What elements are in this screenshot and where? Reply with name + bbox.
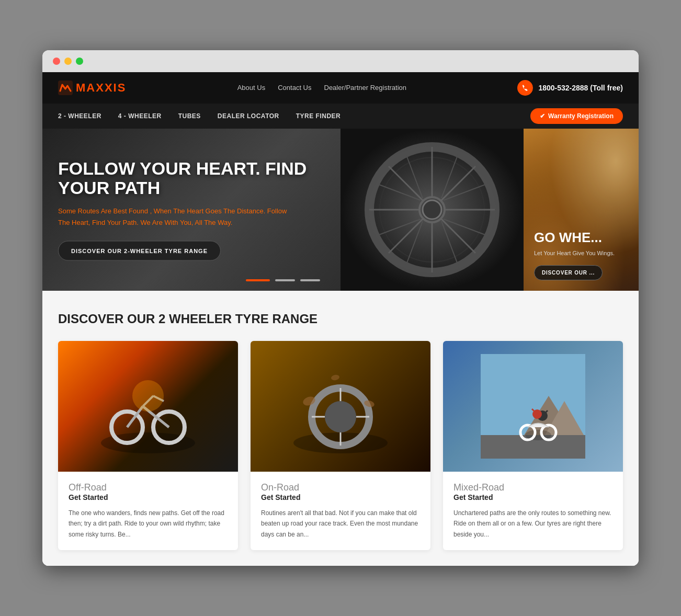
svg-line-11 — [389, 219, 423, 253]
logo[interactable]: MAXXIS — [58, 81, 126, 95]
svg-point-31 — [325, 401, 356, 432]
tyre-range-section: DISCOVER OUR 2 WHEELER TYRE RANGE — [42, 291, 639, 566]
mixedroad-card-type: Mixed-Road — [453, 482, 612, 493]
offroad-graphic — [96, 354, 200, 459]
tyre-cards-grid: Off-Road Get Started The one who wanders… — [58, 341, 623, 550]
contact-us-link[interactable]: Contact Us — [278, 84, 311, 92]
dealer-registration-link[interactable]: Dealer/Partner Registration — [324, 84, 407, 92]
about-us-link[interactable]: About Us — [237, 84, 265, 92]
onroad-card: On-Road Get Started Routines aren't all … — [251, 341, 430, 550]
phone-area: 1800-532-2888 (Toll free) — [517, 80, 623, 96]
nav-four-wheeler[interactable]: 4 - WHEELER — [118, 112, 162, 120]
offroad-card-desc: The one who wanders, finds new paths. Ge… — [69, 508, 228, 540]
maximize-button[interactable] — [76, 58, 83, 65]
hero-side-subtitle: Let Your Heart Give You Wings. — [534, 249, 628, 258]
carousel-dot-3[interactable] — [300, 279, 320, 281]
nav-tyre-finder[interactable]: TYRE FINDER — [296, 112, 341, 120]
hero-subtitle-plain: Some Routes Are — [58, 207, 114, 214]
mixedroad-graphic — [481, 354, 585, 459]
offroad-card-heading[interactable]: Get Started — [69, 493, 228, 501]
offroad-card-body: Off-Road Get Started The one who wanders… — [58, 472, 238, 550]
browser-chrome — [42, 50, 639, 72]
onroad-card-image — [251, 341, 430, 472]
svg-point-38 — [331, 374, 339, 381]
phone-number: 1800-532-2888 (Toll free) — [538, 84, 623, 92]
svg-line-8 — [389, 166, 423, 201]
svg-point-20 — [423, 200, 441, 219]
logo-icon — [58, 81, 73, 95]
svg-line-10 — [441, 166, 475, 201]
mixedroad-card-image — [443, 341, 623, 472]
onroad-card-body: On-Road Get Started Routines aren't all … — [251, 472, 430, 550]
hero-wheel-area — [340, 129, 524, 291]
hero-section: FOLLOW YOUR HEART. FIND YOUR PATH Some R… — [42, 129, 639, 291]
hero-cta-button[interactable]: DISCOVER OUR 2-WHEELER TYRE RANGE — [58, 241, 221, 260]
warranty-registration-button[interactable]: ✔ Warranty Registration — [530, 108, 623, 124]
onroad-card-heading[interactable]: Get Started — [261, 493, 420, 501]
hero-title: FOLLOW YOUR HEART. FIND YOUR PATH — [58, 158, 320, 198]
main-nav-links: 2 - WHEELER 4 - WHEELER TUBES DEALER LOC… — [58, 112, 340, 120]
shield-icon: ✔ — [540, 112, 545, 120]
nav-tubes[interactable]: TUBES — [178, 112, 201, 120]
phone-icon — [517, 80, 533, 96]
carousel-dot-2[interactable] — [275, 279, 295, 281]
offroad-card-type: Off-Road — [69, 482, 228, 493]
onroad-card-desc: Routines aren't all that bad. Not if you… — [261, 508, 420, 540]
carousel-dot-1[interactable] — [246, 279, 270, 281]
carousel-dots — [246, 279, 320, 281]
main-nav-bar: 2 - WHEELER 4 - WHEELER TUBES DEALER LOC… — [42, 104, 639, 129]
section-title: DISCOVER OUR 2 WHEELER TYRE RANGE — [58, 312, 623, 326]
hero-side-title: GO WHE... — [534, 230, 628, 245]
hero-side-panel: GO WHE... Let Your Heart Give You Wings.… — [524, 129, 639, 291]
nav-two-wheeler[interactable]: 2 - WHEELER — [58, 112, 101, 120]
offroad-card-image — [58, 341, 238, 472]
hero-subtitle: Some Routes Are Best Found , When The He… — [58, 205, 288, 228]
hero-text-area: FOLLOW YOUR HEART. FIND YOUR PATH Some R… — [58, 158, 320, 260]
top-bar: MAXXIS About Us Contact Us Dealer/Partne… — [42, 72, 639, 104]
mixedroad-card-heading[interactable]: Get Started — [453, 493, 612, 501]
mixedroad-card: Mixed-Road Get Started Unchartered paths… — [443, 341, 623, 550]
close-button[interactable] — [53, 58, 60, 65]
browser-content: MAXXIS About Us Contact Us Dealer/Partne… — [42, 72, 639, 566]
top-navigation: About Us Contact Us Dealer/Partner Regis… — [237, 84, 406, 92]
onroad-card-type: On-Road — [261, 482, 420, 493]
warranty-btn-label: Warranty Registration — [548, 112, 614, 120]
mixedroad-card-desc: Unchartered paths are the only routes to… — [453, 508, 612, 540]
hero-main: FOLLOW YOUR HEART. FIND YOUR PATH Some R… — [42, 129, 524, 291]
svg-point-28 — [132, 380, 164, 412]
browser-frame: MAXXIS About Us Contact Us Dealer/Partne… — [42, 50, 639, 566]
nav-dealer-locator[interactable]: DEALER LOCATOR — [218, 112, 279, 120]
minimize-button[interactable] — [64, 58, 72, 65]
svg-line-9 — [441, 219, 475, 253]
onroad-graphic — [288, 354, 393, 459]
motorcycle-wheel-graphic — [364, 142, 500, 278]
offroad-card: Off-Road Get Started The one who wanders… — [58, 341, 238, 550]
logo-text: MAXXIS — [76, 81, 126, 95]
hero-subtitle-highlight: Best Found — [114, 207, 149, 214]
mixedroad-card-body: Mixed-Road Get Started Unchartered paths… — [443, 472, 623, 550]
hero-side-cta-button[interactable]: DISCOVER OUR ... — [534, 265, 603, 280]
